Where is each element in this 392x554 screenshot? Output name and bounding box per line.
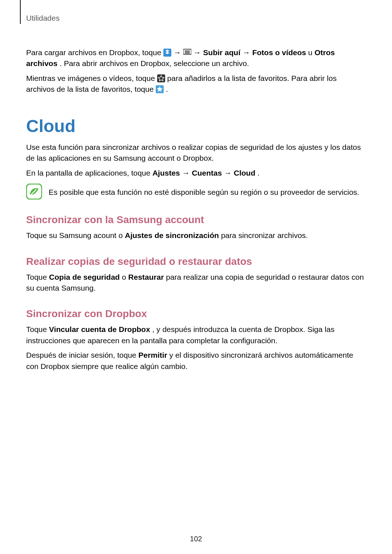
menu-label: Subir aquí xyxy=(203,48,241,57)
arrow-icon: → xyxy=(242,48,252,57)
page-number: 102 xyxy=(0,535,392,543)
menu-label: Vincular cuenta de Dropbox xyxy=(49,325,150,333)
text: . xyxy=(257,169,260,177)
text: u xyxy=(308,48,315,57)
menu-label: Ajustes de sincronización xyxy=(125,231,219,239)
breadcrumb: Utilidades xyxy=(26,14,60,22)
menu-label: Ajustes xyxy=(152,169,180,177)
paragraph-sync-dropbox-2: Después de iniciar sesión, toque Permiti… xyxy=(26,350,367,372)
paragraph-dropbox-fav: Mientras ve imágenes o vídeos, toque par… xyxy=(26,73,367,95)
text: . Para abrir archivos en Dropbox, selecc… xyxy=(60,59,249,67)
star-filled-icon xyxy=(156,85,164,93)
arrow-icon: → xyxy=(193,48,203,57)
paragraph-sync-dropbox-1: Toque Vincular cuenta de Dropbox , y des… xyxy=(26,324,367,346)
menu-label: Fotos o vídeos xyxy=(252,48,306,57)
dropbox-app-icon xyxy=(163,49,171,57)
text: . xyxy=(166,85,168,93)
text: o xyxy=(122,273,128,281)
text: Toque xyxy=(26,273,49,281)
menu-label: Copia de seguridad xyxy=(49,273,120,281)
paragraph-cloud-intro: Use esta función para sincronizar archiv… xyxy=(26,142,367,164)
paragraph-backup-restore: Toque Copia de seguridad o Restaurar par… xyxy=(26,272,367,294)
text: para sincronizar archivos. xyxy=(221,231,308,239)
paragraph-dropbox-upload: Para cargar archivos en Dropbox, toque →… xyxy=(26,47,367,69)
menu-label: Restaurar xyxy=(128,273,164,281)
heading-sync-samsung: Sincronizar con la Samsung account xyxy=(26,214,367,226)
menu-icon xyxy=(183,49,191,57)
menu-label: Permitir xyxy=(138,351,167,359)
arrow-icon: → xyxy=(173,48,183,57)
text: Toque su Samsung acount o xyxy=(26,231,125,239)
text: En la pantalla de aplicaciones, toque xyxy=(26,169,152,177)
menu-label: Cuentas xyxy=(192,169,222,177)
text: Mientras ve imágenes o vídeos, toque xyxy=(26,74,157,82)
heading-sync-dropbox: Sincronizar con Dropbox xyxy=(26,308,367,320)
paragraph-cloud-path: En la pantalla de aplicaciones, toque Aj… xyxy=(26,168,367,178)
arrow-icon: → xyxy=(224,169,234,177)
text: Para cargar archivos en Dropbox, toque xyxy=(26,48,163,57)
note-text: Es posible que esta función no esté disp… xyxy=(49,184,359,197)
note-icon xyxy=(26,184,42,200)
menu-label: Cloud xyxy=(234,169,255,177)
star-outline-icon xyxy=(157,74,165,82)
arrow-icon: → xyxy=(182,169,192,177)
heading-cloud: Cloud xyxy=(26,116,367,136)
heading-backup-restore: Realizar copias de seguridad o restaurar… xyxy=(26,256,367,267)
text: Toque xyxy=(26,325,49,333)
text: Después de iniciar sesión, toque xyxy=(26,351,138,359)
note-callout: Es posible que esta función no esté disp… xyxy=(26,184,367,200)
header-divider xyxy=(20,0,21,24)
paragraph-sync-samsung: Toque su Samsung acount o Ajustes de sin… xyxy=(26,230,367,241)
